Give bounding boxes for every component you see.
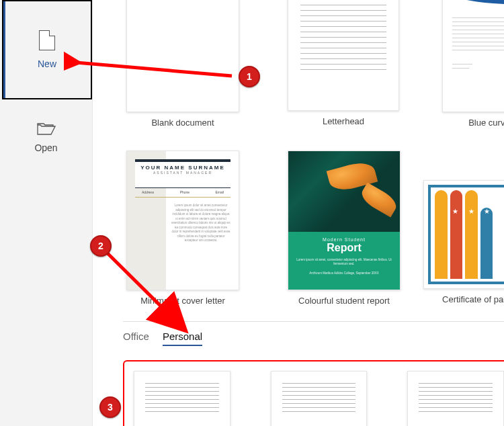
active-indicator [3,1,5,98]
template-caption: Blue curve lette [442,118,504,128]
template-caption: Blank document [126,118,239,128]
template-certificate[interactable]: ★ ★ ★ ★ Certific Alex Mar is thanked f p… [423,180,504,304]
tab-office[interactable]: Office [123,331,149,346]
thumb-text: ASSISTANT MANAGER [135,171,230,175]
template-thumbnail: ★ ★ ★ ★ Certific Alex Mar is thanked f p… [423,180,504,289]
thumb-text: Modern Student [295,237,393,242]
sidebar-item-label: Open [34,142,57,153]
sidebar-item-label: New [38,58,56,69]
personal-template[interactable] [134,371,230,426]
new-document-icon [39,30,55,50]
template-colourful-student-report[interactable]: Modern Student Report Lorem ipsum sit am… [288,151,401,306]
template-thumbnail [442,0,504,112]
sidebar-item-new[interactable]: New [2,0,92,99]
template-caption: Minimalist cover letter [126,296,239,306]
thumb-text: Report [295,242,393,254]
template-thumbnail: Modern Student Report Lorem ipsum sit am… [288,151,401,290]
personal-template[interactable] [271,371,368,426]
annotation-badge-2: 2 [90,235,112,257]
annotation-badge-3: 3 [99,396,121,418]
template-letterhead[interactable]: Letterhead [288,0,399,126]
template-source-tabs: Office Personal [123,331,202,346]
template-minimalist-cover-letter[interactable]: YOUR NAME SURNAME ASSISTANT MANAGER Addr… [126,151,239,306]
section-divider [123,321,504,322]
annotation-badge-1: 1 [239,66,260,87]
thumb-text: Phone [180,190,190,194]
template-caption: Certificate of parti [423,294,504,304]
thumb-text: Email [215,190,224,194]
template-thumbnail: YOUR NAME SURNAME ASSISTANT MANAGER Addr… [126,151,239,290]
personal-templates-highlight [123,360,504,426]
thumb-text: Address [142,190,154,194]
template-thumbnail [126,0,239,112]
template-caption: Colourful student report [288,296,401,306]
personal-template[interactable] [407,371,504,426]
open-folder-icon [37,122,56,136]
template-caption: Letterhead [288,116,399,126]
backstage-sidebar: New Open [0,0,92,426]
thumb-text: YOUR NAME SURNAME [140,165,225,171]
template-blank-document[interactable]: Blank document [126,0,239,128]
template-blue-curve-letterhead[interactable]: Blue curve lette [442,0,504,128]
templates-panel: Blank document Letterhead [92,0,504,426]
sidebar-item-open[interactable]: Open [0,114,92,161]
template-thumbnail [288,0,399,111]
tab-personal[interactable]: Personal [163,331,202,346]
